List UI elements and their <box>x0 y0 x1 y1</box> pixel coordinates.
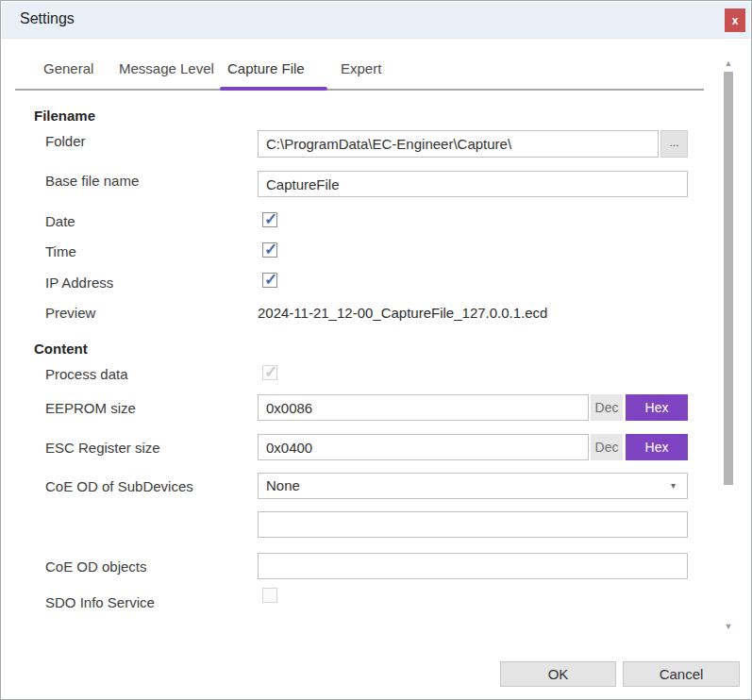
ellipsis-icon: ... <box>669 136 678 149</box>
esc-hex-button[interactable]: Hex <box>626 434 688 460</box>
close-button[interactable]: x <box>725 8 745 32</box>
time-checkbox[interactable] <box>262 242 277 258</box>
eeprom-size-input[interactable] <box>258 394 589 421</box>
time-label: Time <box>45 243 76 259</box>
coe-od-extra-input[interactable] <box>258 511 688 538</box>
process-data-checkbox <box>262 365 277 380</box>
filename-section-header: Filename <box>34 108 95 124</box>
date-checkbox[interactable] <box>262 212 277 227</box>
preview-value: 2024-11-21_12-00_CaptureFile_127.0.0.1.e… <box>258 305 547 321</box>
process-data-label: Process data <box>45 366 128 382</box>
eeprom-size-label: EEPROM size <box>45 400 136 416</box>
close-icon: x <box>732 14 739 27</box>
esc-register-size-input[interactable] <box>258 434 589 460</box>
esc-register-size-label: ESC Register size <box>45 440 160 456</box>
ip-address-checkbox[interactable] <box>262 273 277 288</box>
title-bar[interactable]: Settings x <box>2 2 750 39</box>
folder-label: Folder <box>45 133 86 149</box>
chevron-down-icon: ▾ <box>671 480 676 491</box>
tab-underline <box>15 89 704 91</box>
ip-address-label: IP Address <box>45 275 113 291</box>
active-tab-indicator <box>220 87 327 91</box>
preview-label: Preview <box>45 305 95 321</box>
coe-od-objects-input[interactable] <box>258 553 688 579</box>
tab-message-level[interactable]: Message Level <box>119 60 214 76</box>
content-section-header: Content <box>34 341 88 357</box>
folder-input[interactable] <box>258 130 659 158</box>
window-title: Settings <box>20 10 75 27</box>
tab-capture-file[interactable]: Capture File <box>227 60 305 76</box>
coe-od-subdevices-dropdown[interactable]: None ▾ <box>258 473 688 499</box>
scrollbar-thumb[interactable] <box>724 72 733 485</box>
base-file-name-input[interactable] <box>258 171 688 197</box>
eeprom-dec-button[interactable]: Dec <box>591 394 623 421</box>
eeprom-hex-button[interactable]: Hex <box>626 394 688 421</box>
coe-od-objects-label: CoE OD objects <box>45 558 147 575</box>
sdo-info-service-checkbox <box>262 588 277 603</box>
tab-general[interactable]: General <box>43 60 93 76</box>
sdo-info-service-label: SDO Info Service <box>45 594 155 610</box>
base-file-name-label: Base file name <box>45 173 139 189</box>
ok-button[interactable]: OK <box>500 661 616 687</box>
tab-expert[interactable]: Expert <box>341 60 381 76</box>
coe-od-subdevices-label: CoE OD of SubDevices <box>45 478 193 494</box>
scroll-up-icon[interactable]: ▲ <box>723 58 734 68</box>
dropdown-selected-value: None <box>266 477 300 493</box>
settings-dialog: Settings x General Message Level Capture… <box>0 0 752 700</box>
cancel-button[interactable]: Cancel <box>623 661 740 687</box>
esc-dec-button[interactable]: Dec <box>591 434 623 460</box>
browse-button[interactable]: ... <box>660 130 688 158</box>
date-label: Date <box>45 213 75 229</box>
scroll-down-icon[interactable]: ▼ <box>723 622 734 631</box>
